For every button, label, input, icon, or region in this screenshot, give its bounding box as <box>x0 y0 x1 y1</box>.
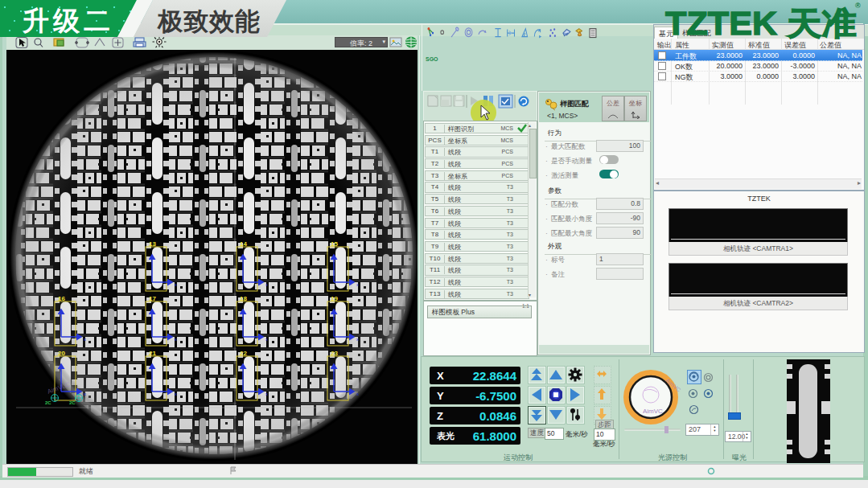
svg-text:AimVC: AimVC <box>643 408 663 415</box>
svg-text:16: 16 <box>58 295 65 302</box>
svg-text:17: 17 <box>149 295 156 302</box>
svg-text:x: x <box>175 337 177 342</box>
svg-text:x: x <box>84 392 86 396</box>
svg-text:20: 20 <box>58 350 65 357</box>
svg-text:14: 14 <box>240 240 247 248</box>
svg-text:21: 21 <box>149 350 156 357</box>
svg-text:2C: 2C <box>45 400 51 405</box>
svg-text:15: 15 <box>331 240 338 248</box>
svg-text:x: x <box>84 337 86 342</box>
svg-text:13: 13 <box>149 240 156 248</box>
svg-text:19: 19 <box>331 295 338 302</box>
svg-text:2C: 2C <box>69 400 76 405</box>
svg-text:23: 23 <box>331 350 338 357</box>
svg-text:x: x <box>265 282 268 287</box>
svg-text:18: 18 <box>240 295 247 302</box>
svg-text:x: x <box>356 337 359 342</box>
svg-text:x: x <box>265 392 268 396</box>
svg-text:22: 22 <box>240 350 247 357</box>
svg-text:x: x <box>356 392 359 396</box>
svg-text:x: x <box>265 337 268 342</box>
svg-text:x: x <box>175 282 177 287</box>
svg-text:x: x <box>175 392 177 396</box>
svg-text:x: x <box>356 282 359 287</box>
